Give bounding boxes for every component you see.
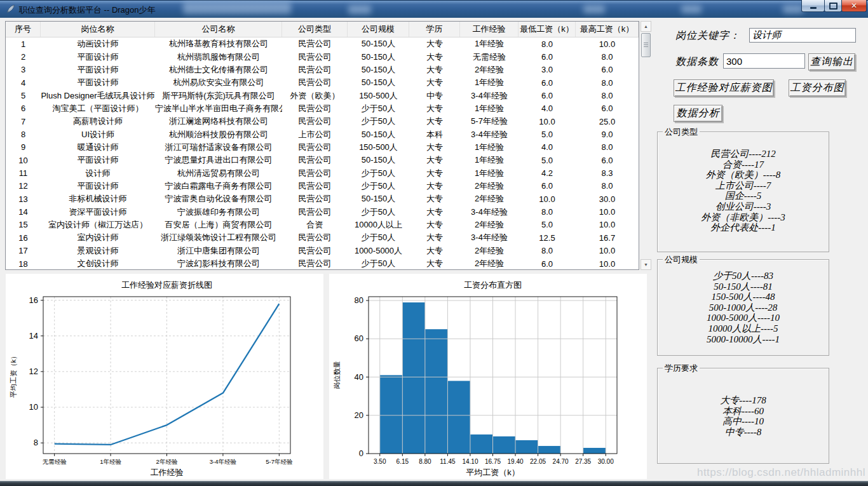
- svg-text:平均工资（k）: 平均工资（k）: [10, 353, 17, 398]
- table-cell: 8.0: [576, 181, 639, 191]
- table-cell: 大专: [409, 245, 460, 257]
- blurred-region: [583, 5, 605, 13]
- scroll-down-button[interactable]: ▼: [641, 259, 651, 270]
- table-cell: 10.0: [519, 117, 576, 126]
- table-cell: 5.0: [519, 220, 576, 229]
- table-cell: 6.0: [519, 78, 576, 88]
- scroll-down-icon: ▼: [644, 262, 648, 267]
- scroll-up-button[interactable]: ▲: [641, 21, 651, 32]
- app-window: 职位查询分析数据平台 -- Dragon少年 ✕ 序号岗位名称公司名称公司类型公…: [0, 0, 868, 486]
- table-cell: 2年经验: [460, 64, 519, 76]
- table-cell: 12: [6, 181, 41, 191]
- table-cell: 民营公司: [282, 206, 348, 218]
- table-cell: 25.0: [576, 117, 639, 126]
- table-cell: 少于50人: [348, 258, 409, 269]
- table-cell: 50-150人: [348, 51, 409, 63]
- column-header[interactable]: 最高工资（k）: [576, 22, 639, 37]
- table-row[interactable]: 9暖通设计师浙江可瑞舒适家设备有限公司民营公司150-500人大专1年经验4.0…: [6, 141, 639, 154]
- table-cell: 1年经验: [460, 77, 519, 88]
- column-header[interactable]: 最低工资（k）: [519, 22, 576, 37]
- column-header[interactable]: 公司类型: [282, 22, 348, 37]
- count-input[interactable]: [723, 53, 805, 69]
- close-button[interactable]: ✕: [841, 0, 867, 12]
- table-row[interactable]: 3平面设计师杭州德士文化传播有限公司民营公司50-150人大专2年经验3.06.…: [6, 64, 639, 76]
- svg-text:14: 14: [29, 331, 38, 341]
- table-cell: 大专: [409, 232, 460, 243]
- svg-text:22.05: 22.05: [530, 458, 546, 465]
- table-row[interactable]: 8UI设计师杭州顺治科技股份有限公司上市公司50-150人本科3-4年经验5.0…: [6, 128, 639, 140]
- table-cell: 文创设计师: [41, 258, 155, 269]
- scrollbar-thumb[interactable]: [641, 33, 651, 57]
- table-row[interactable]: 13非标机械设计师宁波雷奥自动化设备有限公司民营公司50-150人大专2年经验1…: [6, 192, 639, 205]
- table-row[interactable]: 16室内设计师浙江绿颂装饰设计工程有限公司民营公司少于50人大专3-4年经验12…: [6, 231, 639, 244]
- table-cell: 民营公司: [282, 180, 348, 192]
- column-header[interactable]: 工作经验: [460, 22, 519, 37]
- table-cell: 杭州清远贸易有限公司: [155, 168, 282, 179]
- table-cell: 6.0: [519, 91, 576, 100]
- table-cell: 民营公司: [282, 77, 348, 88]
- titlebar[interactable]: 职位查询分析数据平台 -- Dragon少年 ✕: [0, 0, 868, 18]
- table-row[interactable]: 4平面设计师杭州易欣安实业有限公司民营公司50-150人大专1年经验6.08.0: [6, 76, 639, 89]
- table-cell: 1年经验: [460, 103, 519, 114]
- table-cell: 10.0: [576, 220, 639, 229]
- table-row[interactable]: 10平面设计师宁波思量灯具进出口有限公司民营公司50-150人大专1年经验5.0…: [6, 154, 639, 166]
- column-header[interactable]: 公司规模: [348, 22, 409, 37]
- company-size-title: 公司规模: [663, 254, 700, 266]
- table-cell: 11: [6, 168, 41, 178]
- table-cell: 4.0: [519, 142, 576, 152]
- svg-text:工作经验对应薪资折线图: 工作经验对应薪资折线图: [121, 280, 212, 290]
- table-row[interactable]: 6淘宝美工（平面设计师）宁波半山半水半亩田电子商务有限公民营公司少于50人大专1…: [6, 102, 639, 115]
- table-row[interactable]: 15室内设计师（椒江万达店）百安居（上海）商贸有限公司合资10000人以上大专2…: [6, 219, 639, 231]
- svg-text:11.45: 11.45: [440, 458, 456, 465]
- table-row[interactable]: 1动画设计师杭州珞基教育科技有限公司民营公司50-150人大专1年经验8.010…: [6, 37, 639, 50]
- column-header[interactable]: 公司名称: [155, 22, 282, 37]
- data-analysis-button[interactable]: 数据分析: [674, 105, 722, 122]
- table-cell: 民营公司: [282, 64, 348, 76]
- table-row[interactable]: 2平面设计师杭州翡凯服饰有限公司民营公司50-150人大专无需经验6.08.0: [6, 50, 639, 63]
- maximize-button[interactable]: [824, 0, 842, 12]
- table-cell: 3: [6, 65, 41, 74]
- svg-text:岗位数量: 岗位数量: [333, 361, 341, 389]
- table-cell: 民营公司: [282, 103, 348, 114]
- table-cell: 大专: [409, 64, 460, 76]
- table-row[interactable]: 7高薪聘设计师浙江斓途网络科技有限公司民营公司少于50人大专5-7年经验10.0…: [6, 115, 639, 128]
- table-cell: 杭州翡凯服饰有限公司: [155, 51, 282, 63]
- column-header[interactable]: 序号: [6, 22, 41, 37]
- company-type-stats: 民营公司----212 合资----17 外资（欧美）----8 上市公司---…: [658, 132, 829, 233]
- table-scrollbar[interactable]: ▲ ▼: [641, 21, 651, 270]
- table-cell: 上市公司: [282, 129, 348, 140]
- table-cell: 5.0: [519, 130, 576, 139]
- minimize-button[interactable]: [801, 0, 825, 12]
- table-row[interactable]: 17景观设计师浙江中唐集团有限公司民营公司1000-5000人大专2年经验8.0…: [6, 245, 639, 257]
- table-cell: 大专: [409, 77, 460, 88]
- table-cell: 3-4年经验: [460, 129, 519, 140]
- query-output-button[interactable]: 查询输出: [808, 53, 855, 71]
- svg-text:16.75: 16.75: [485, 458, 501, 465]
- experience-salary-chart-button[interactable]: 工作经验对应薪资图: [674, 79, 774, 97]
- table-cell: 室内设计师: [41, 232, 155, 243]
- table-cell: 民营公司: [282, 245, 348, 257]
- table-cell: 14: [6, 207, 41, 217]
- table-cell: 6.0: [519, 181, 576, 191]
- table-cell: 8.3: [576, 168, 639, 178]
- table-cell: 大专: [409, 168, 460, 179]
- table-cell: 12.5: [519, 233, 576, 243]
- table-row[interactable]: 12平面设计师宁波白霜露电子商务有限公司民营公司少于50人大专2年经验6.08.…: [6, 180, 639, 192]
- table-cell: 本科: [409, 129, 460, 140]
- column-header[interactable]: 学历: [409, 22, 460, 37]
- salary-distribution-chart-button[interactable]: 工资分布图: [789, 79, 846, 97]
- table-row[interactable]: 5Plush Designer毛绒玩具设计师斯平玛斯特(东莞)玩具有限公司外资（…: [6, 89, 639, 102]
- column-header[interactable]: 岗位名称: [41, 22, 155, 37]
- keyword-input[interactable]: [749, 28, 856, 43]
- table-cell: 3-4年经验: [460, 206, 519, 218]
- education-title: 学历要求: [663, 363, 700, 374]
- table-cell: 50-150人: [348, 129, 409, 140]
- table-row[interactable]: 18文创设计师宁波幻影科技有限公司民营公司少于50人大专2年经验6.010.0: [6, 257, 639, 270]
- table-cell: 10000人以上: [348, 219, 409, 231]
- table-cell: 平面设计师: [41, 180, 155, 192]
- svg-text:6.15: 6.15: [397, 458, 409, 465]
- svg-text:40: 40: [355, 372, 363, 382]
- table-row[interactable]: 14资深平面设计师宁波振雄印务有限公司民营公司少于50人大专3-4年经验8.01…: [6, 205, 639, 218]
- table-row[interactable]: 11设计师杭州清远贸易有限公司民营公司少于50人大专1年经验4.28.3: [6, 166, 639, 179]
- table-cell: 8.0: [576, 78, 639, 88]
